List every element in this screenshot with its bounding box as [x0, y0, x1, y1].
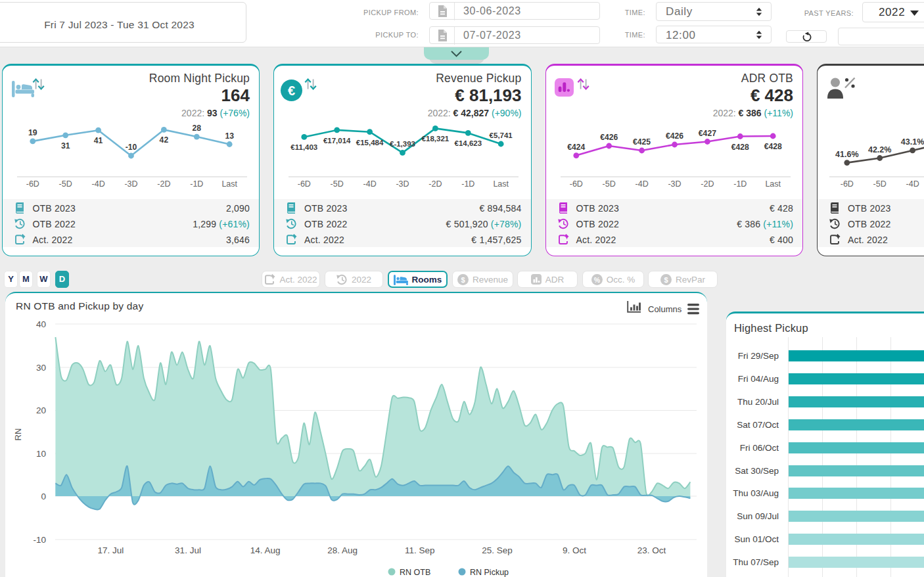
svg-text:-4D: -4D	[635, 179, 648, 189]
svg-text:25. Sep: 25. Sep	[482, 545, 513, 555]
svg-text:%: %	[594, 275, 601, 283]
svg-text:€5,741: €5,741	[490, 131, 513, 139]
svg-text:41: 41	[93, 136, 103, 145]
svg-text:14. Aug: 14. Aug	[250, 545, 281, 555]
svg-text:-5D: -5D	[331, 179, 344, 189]
svg-text:€18,321: €18,321	[422, 135, 450, 143]
svg-text:$: $	[461, 276, 465, 284]
svg-text:Last: Last	[765, 179, 781, 189]
svg-text:€15,484: €15,484	[356, 139, 384, 147]
svg-text:€: €	[288, 83, 295, 98]
svg-text:-4D: -4D	[363, 179, 377, 189]
svg-text:-6D: -6D	[298, 179, 311, 189]
svg-text:€426: €426	[665, 131, 683, 141]
svg-text:€14,623: €14,623	[455, 139, 482, 147]
svg-text:Last: Last	[221, 179, 237, 189]
svg-text:-1D: -1D	[190, 179, 203, 189]
svg-text:$: $	[664, 276, 668, 284]
svg-text:28: 28	[192, 124, 201, 133]
svg-text:31. Jul: 31. Jul	[175, 545, 201, 555]
svg-text:€428: €428	[764, 142, 781, 151]
svg-text:-5D: -5D	[873, 179, 887, 189]
svg-text:-1D: -1D	[733, 179, 747, 189]
svg-text:RN Pickup: RN Pickup	[470, 568, 509, 577]
svg-text:€426: €426	[600, 133, 618, 142]
svg-text:RN OTB: RN OTB	[400, 568, 430, 577]
svg-text:-2D: -2D	[157, 179, 170, 189]
svg-text:€11,403: €11,403	[290, 143, 317, 151]
svg-text:17. Jul: 17. Jul	[98, 545, 124, 555]
svg-text:10: 10	[36, 449, 46, 459]
svg-text:28. Aug: 28. Aug	[327, 545, 358, 555]
svg-text:30: 30	[36, 363, 46, 373]
svg-text:43.1%: 43.1%	[901, 137, 924, 147]
svg-text:31: 31	[60, 141, 70, 150]
svg-text:-6D: -6D	[26, 179, 39, 189]
svg-text:-2D: -2D	[701, 179, 714, 189]
svg-text:-2D: -2D	[428, 179, 442, 189]
svg-text:-10: -10	[125, 143, 137, 152]
svg-text:0: 0	[41, 492, 46, 501]
svg-text:20: 20	[36, 405, 46, 415]
svg-text:-6D: -6D	[841, 179, 854, 189]
svg-text:€427: €427	[698, 129, 716, 138]
svg-text:19: 19	[28, 128, 37, 137]
svg-text:€425: €425	[633, 137, 651, 147]
svg-text:9. Oct: 9. Oct	[563, 545, 586, 555]
svg-text:-4D: -4D	[906, 179, 919, 189]
svg-text:Last: Last	[493, 179, 509, 189]
svg-text:-4D: -4D	[91, 179, 104, 189]
svg-text:11. Sep: 11. Sep	[405, 545, 435, 555]
svg-text:40: 40	[36, 319, 46, 329]
svg-text:€-1,393: €-1,393	[390, 140, 415, 148]
svg-text:-3D: -3D	[668, 179, 681, 189]
svg-text:-3D: -3D	[396, 179, 409, 189]
svg-text:41.6%: 41.6%	[835, 150, 858, 159]
svg-text:€424: €424	[567, 143, 585, 152]
svg-text:-5D: -5D	[602, 179, 615, 189]
svg-text:€17,014: €17,014	[323, 137, 351, 145]
svg-text:42.2%: 42.2%	[868, 145, 891, 154]
svg-text:-10: -10	[33, 535, 46, 545]
svg-text:-1D: -1D	[461, 179, 474, 189]
svg-text:€428: €428	[731, 143, 749, 152]
svg-text:42: 42	[159, 135, 168, 145]
svg-text:-5D: -5D	[58, 179, 72, 189]
svg-text:RN: RN	[13, 428, 23, 441]
svg-text:-3D: -3D	[124, 179, 137, 189]
svg-text:23. Oct: 23. Oct	[637, 545, 666, 555]
svg-text:13: 13	[225, 131, 234, 141]
svg-text:-6D: -6D	[569, 179, 582, 189]
